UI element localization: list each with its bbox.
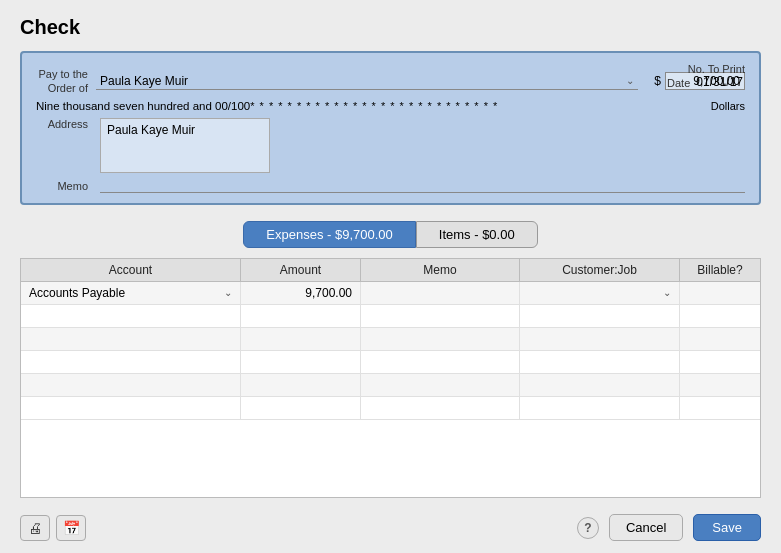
cell-memo-0[interactable]	[361, 282, 520, 304]
bottom-right: ? Cancel Save	[577, 514, 761, 541]
col-header-amount: Amount	[241, 259, 361, 281]
pay-to-label: Pay to the Order of	[36, 67, 96, 96]
table-row	[21, 397, 760, 420]
tab-expenses[interactable]: Expenses - $9,700.00	[243, 221, 415, 248]
cell-memo-4[interactable]	[361, 374, 520, 396]
cell-amount-4[interactable]	[241, 374, 361, 396]
cell-account-3[interactable]	[21, 351, 241, 373]
cell-amount-0[interactable]: 9,700.00	[241, 282, 361, 304]
address-value: Paula Kaye Muir	[107, 123, 195, 137]
col-header-memo: Memo	[361, 259, 520, 281]
calendar-icon: 📅	[63, 520, 80, 536]
cell-customer-3[interactable]	[520, 351, 680, 373]
col-header-account: Account	[21, 259, 241, 281]
memo-label: Memo	[36, 180, 96, 192]
bottom-bar: 🖨 📅 ? Cancel Save	[20, 508, 761, 541]
tab-items[interactable]: Items - $0.00	[416, 221, 538, 248]
cell-memo-1[interactable]	[361, 305, 520, 327]
address-box[interactable]: Paula Kaye Muir	[100, 118, 270, 173]
account-select-0[interactable]: Accounts Payable ⌄	[29, 286, 232, 300]
cell-memo-2[interactable]	[361, 328, 520, 350]
expenses-table: Account Amount Memo Customer:Job Billabl…	[20, 258, 761, 498]
account-dropdown-arrow-0[interactable]: ⌄	[224, 287, 232, 298]
table-header: Account Amount Memo Customer:Job Billabl…	[21, 259, 760, 282]
cell-amount-3[interactable]	[241, 351, 361, 373]
cell-amount-2[interactable]	[241, 328, 361, 350]
check-dialog: Check No. To Print Date 01/31/17 Pay to …	[0, 0, 781, 553]
written-amount-text: Nine thousand seven hundred and 00/100	[36, 100, 250, 112]
cell-customer-4[interactable]	[520, 374, 680, 396]
print-button[interactable]: 🖨	[20, 515, 50, 541]
written-amount-row: Nine thousand seven hundred and 00/100 *…	[36, 100, 745, 112]
payee-field[interactable]: Paula Kaye Muir ⌄	[96, 73, 638, 90]
payee-name: Paula Kaye Muir	[100, 74, 188, 88]
dialog-title: Check	[20, 16, 761, 39]
cell-billable-0[interactable]	[680, 282, 760, 304]
cell-billable-4[interactable]	[680, 374, 760, 396]
table-row	[21, 305, 760, 328]
customer-select-0[interactable]: ⌄	[528, 287, 671, 298]
cell-amount-1[interactable]	[241, 305, 361, 327]
cell-account-1[interactable]	[21, 305, 241, 327]
cell-customer-5[interactable]	[520, 397, 680, 419]
date-value[interactable]: 01/31/17	[694, 75, 745, 90]
payee-dropdown-arrow[interactable]: ⌄	[626, 75, 634, 86]
account-value-0: Accounts Payable	[29, 286, 125, 300]
cell-account-5[interactable]	[21, 397, 241, 419]
address-row: Address Paula Kaye Muir	[36, 118, 745, 173]
date-label: Date	[667, 77, 690, 89]
memo-row: Memo	[36, 179, 745, 193]
payee-row: Pay to the Order of Paula Kaye Muir ⌄ $ …	[36, 67, 745, 96]
dollars-label: Dollars	[711, 100, 745, 112]
customer-dropdown-arrow-0[interactable]: ⌄	[663, 287, 671, 298]
cell-billable-1[interactable]	[680, 305, 760, 327]
cell-amount-5[interactable]	[241, 397, 361, 419]
memo-line[interactable]	[100, 179, 745, 193]
print-icon: 🖨	[28, 520, 42, 536]
cell-memo-3[interactable]	[361, 351, 520, 373]
cell-account-2[interactable]	[21, 328, 241, 350]
stars: * * * * * * * * * * * * * * * * * * * * …	[250, 100, 705, 112]
cell-account-4[interactable]	[21, 374, 241, 396]
col-header-billable: Billable?	[680, 259, 760, 281]
dollar-sign: $	[654, 74, 661, 88]
cell-billable-3[interactable]	[680, 351, 760, 373]
bottom-icons: 🖨 📅	[20, 515, 86, 541]
address-label: Address	[36, 118, 96, 130]
table-row	[21, 374, 760, 397]
cancel-button[interactable]: Cancel	[609, 514, 683, 541]
save-button[interactable]: Save	[693, 514, 761, 541]
no-to-print: No. To Print Date 01/31/17	[667, 63, 745, 92]
cell-customer-1[interactable]	[520, 305, 680, 327]
cell-account-0[interactable]: Accounts Payable ⌄	[21, 282, 241, 304]
cell-billable-2[interactable]	[680, 328, 760, 350]
table-row	[21, 351, 760, 374]
no-to-print-label: No. To Print	[667, 63, 745, 75]
col-header-customer-job: Customer:Job	[520, 259, 680, 281]
help-label: ?	[584, 521, 591, 535]
date-row: Date 01/31/17	[667, 75, 745, 90]
table-row: Accounts Payable ⌄ 9,700.00 ⌄	[21, 282, 760, 305]
calendar-button[interactable]: 📅	[56, 515, 86, 541]
table-row	[21, 328, 760, 351]
tabs-row: Expenses - $9,700.00 Items - $0.00	[20, 221, 761, 248]
cell-memo-5[interactable]	[361, 397, 520, 419]
help-button[interactable]: ?	[577, 517, 599, 539]
cell-billable-5[interactable]	[680, 397, 760, 419]
cell-customer-0[interactable]: ⌄	[520, 282, 680, 304]
table-body: Accounts Payable ⌄ 9,700.00 ⌄	[21, 282, 760, 494]
check-area: No. To Print Date 01/31/17 Pay to the Or…	[20, 51, 761, 205]
cell-customer-2[interactable]	[520, 328, 680, 350]
